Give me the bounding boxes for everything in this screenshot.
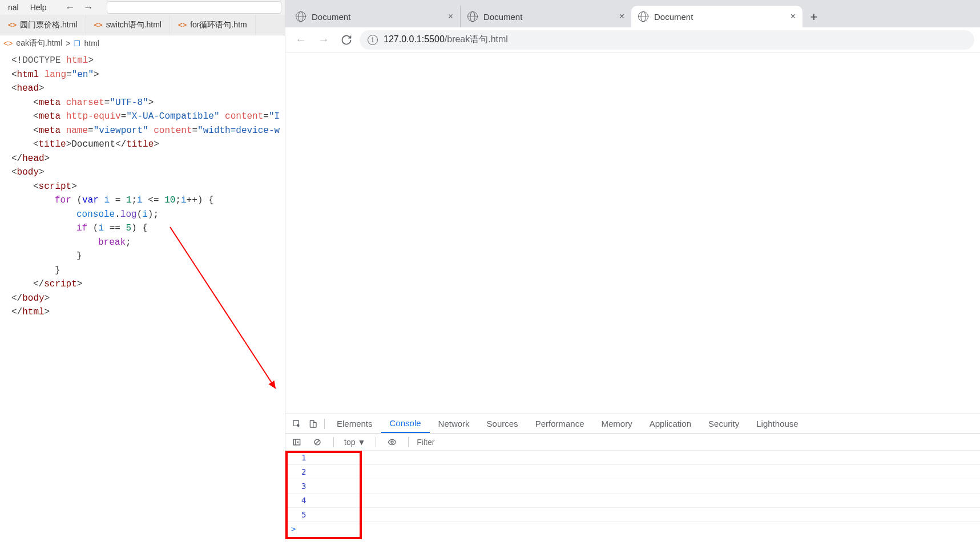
browser-tab-title: Document bbox=[654, 12, 785, 22]
devtools-tab-application[interactable]: Application bbox=[641, 414, 700, 433]
svg-rect-2 bbox=[313, 422, 316, 427]
code-line: } bbox=[0, 264, 285, 278]
editor-tab-label: 园门票价格.html bbox=[20, 20, 77, 30]
console-output[interactable]: 12345> bbox=[285, 451, 980, 542]
console-log-row: 3 bbox=[287, 479, 980, 494]
code-line: break; bbox=[0, 236, 285, 250]
code-editor[interactable]: <!DOCTYPE html><html lang="en"><head><me… bbox=[0, 51, 285, 542]
nav-back-icon[interactable]: ← bbox=[64, 2, 75, 14]
code-line: <meta name="viewport" content="width=dev… bbox=[0, 124, 285, 138]
code-line: </script> bbox=[0, 277, 285, 292]
devtools-tab-sources[interactable]: Sources bbox=[478, 414, 527, 433]
close-icon[interactable]: × bbox=[619, 11, 624, 22]
browser-pane: Document×Document×Document×+ ← → i 127.0… bbox=[285, 0, 980, 542]
chevron-down-icon: ▼ bbox=[357, 438, 365, 447]
url-path: /break语句.html bbox=[445, 34, 508, 44]
browser-tab[interactable]: Document× bbox=[460, 6, 631, 27]
devtools: ElementsConsoleNetworkSourcesPerformance… bbox=[285, 414, 980, 542]
command-center[interactable] bbox=[107, 1, 281, 14]
editor-tab[interactable]: <>for循环语句.htm bbox=[170, 15, 256, 35]
devtools-tab-security[interactable]: Security bbox=[700, 414, 748, 433]
browser-tab[interactable]: Document× bbox=[289, 6, 460, 27]
console-filter-input[interactable] bbox=[417, 438, 977, 447]
close-icon[interactable]: × bbox=[791, 11, 796, 22]
code-line: <body> bbox=[0, 165, 285, 180]
devtools-tab-memory[interactable]: Memory bbox=[593, 414, 641, 433]
execution-context-selector[interactable]: top ▼ bbox=[342, 438, 368, 447]
editor-tab[interactable]: <>园门票价格.html bbox=[0, 15, 86, 35]
clear-console-icon[interactable] bbox=[309, 434, 325, 450]
devtools-tab-strip: ElementsConsoleNetworkSourcesPerformance… bbox=[285, 414, 980, 434]
globe-icon bbox=[296, 11, 306, 22]
reload-button[interactable] bbox=[337, 30, 356, 50]
devtools-tab-lighthouse[interactable]: Lighthouse bbox=[748, 414, 806, 433]
menu-terminal[interactable]: nal bbox=[3, 2, 23, 13]
code-line: <!DOCTYPE html> bbox=[0, 54, 285, 68]
code-line: <title>Document</title> bbox=[0, 137, 285, 152]
globe-icon bbox=[638, 11, 648, 22]
breadcrumb-sep: > bbox=[66, 39, 70, 48]
breadcrumb[interactable]: <> eak语句.html > ❐ html bbox=[0, 35, 285, 51]
svg-point-5 bbox=[391, 441, 393, 443]
file-type-icon: <> bbox=[178, 21, 187, 29]
browser-tab-strip: Document×Document×Document×+ bbox=[285, 0, 980, 27]
console-toolbar: top ▼ bbox=[285, 434, 980, 451]
console-log-row: 1 bbox=[287, 451, 980, 465]
site-info-icon[interactable]: i bbox=[368, 35, 378, 45]
devtools-tab-network[interactable]: Network bbox=[430, 414, 478, 433]
inspect-icon[interactable] bbox=[289, 416, 305, 432]
file-type-icon: <> bbox=[94, 21, 103, 29]
new-tab-button[interactable]: + bbox=[805, 8, 823, 26]
console-log-row: 4 bbox=[287, 494, 980, 508]
back-button[interactable]: ← bbox=[291, 30, 310, 50]
editor-tab[interactable]: <>switch语句.html bbox=[86, 15, 170, 35]
console-prompt[interactable]: > bbox=[287, 522, 980, 536]
code-line: console.log(i); bbox=[0, 208, 285, 222]
device-toggle-icon[interactable] bbox=[305, 416, 321, 432]
file-icon: <> bbox=[3, 39, 13, 48]
close-icon[interactable]: × bbox=[448, 11, 453, 22]
browser-tab[interactable]: Document× bbox=[631, 6, 802, 27]
file-type-icon: <> bbox=[8, 21, 17, 29]
nav-forward-icon[interactable]: → bbox=[83, 2, 93, 14]
context-label: top bbox=[344, 438, 355, 447]
devtools-tab-performance[interactable]: Performance bbox=[527, 414, 593, 433]
browser-tab-title: Document bbox=[483, 12, 614, 22]
editor-menubar: nal Help ← → bbox=[0, 0, 285, 15]
editor-tab-label: switch语句.html bbox=[106, 20, 162, 30]
code-line: <meta charset="UTF-8"> bbox=[0, 96, 285, 110]
symbol-icon: ❐ bbox=[74, 39, 80, 48]
code-line: <script> bbox=[0, 180, 285, 194]
code-line: if (i == 5) { bbox=[0, 221, 285, 236]
url-host: 127.0.0.1 bbox=[384, 34, 422, 44]
code-line: for (var i = 1;i <= 10;i++) { bbox=[0, 193, 285, 208]
code-line: <meta http-equiv="X-UA-Compatible" conte… bbox=[0, 110, 285, 124]
editor-tab-strip: <>园门票价格.html<>switch语句.html<>for循环语句.htm bbox=[0, 15, 285, 35]
forward-button[interactable]: → bbox=[314, 30, 333, 50]
devtools-tab-elements[interactable]: Elements bbox=[328, 414, 381, 433]
breadcrumb-scope: html bbox=[84, 39, 99, 48]
url-port: :5500 bbox=[422, 34, 445, 44]
code-line: <head> bbox=[0, 82, 285, 96]
code-line: </body> bbox=[0, 292, 285, 306]
code-line: </head> bbox=[0, 152, 285, 166]
menu-help[interactable]: Help bbox=[26, 2, 51, 13]
page-viewport bbox=[285, 52, 980, 414]
editor-pane: nal Help ← → <>园门票价格.html<>switch语句.html… bbox=[0, 0, 285, 542]
devtools-tab-console[interactable]: Console bbox=[381, 414, 430, 433]
browser-tab-title: Document bbox=[312, 12, 442, 22]
editor-tab-label: for循环语句.htm bbox=[190, 20, 247, 30]
address-bar[interactable]: i 127.0.0.1:5500/break语句.html bbox=[360, 30, 974, 50]
browser-toolbar: ← → i 127.0.0.1:5500/break语句.html bbox=[285, 27, 980, 52]
console-log-row: 5 bbox=[287, 508, 980, 522]
code-line: </html> bbox=[0, 305, 285, 319]
globe-icon bbox=[467, 11, 478, 22]
live-expression-icon[interactable] bbox=[384, 434, 400, 450]
code-line: } bbox=[0, 249, 285, 264]
console-sidebar-toggle-icon[interactable] bbox=[289, 434, 305, 450]
console-log-row: 2 bbox=[287, 465, 980, 479]
code-line: <html lang="en"> bbox=[0, 68, 285, 82]
breadcrumb-file: eak语句.html bbox=[16, 38, 62, 48]
